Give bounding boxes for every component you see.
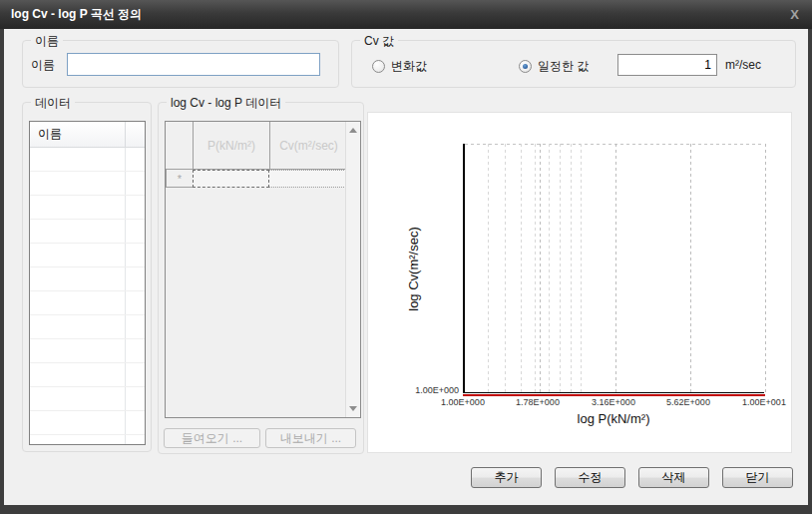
cv-curve-line	[463, 394, 765, 396]
x-tick-label: 5.62E+000	[656, 397, 720, 407]
data-name-list[interactable]: 이름	[29, 121, 146, 445]
dialog-title: log Cv - log P 곡선 정의	[0, 6, 142, 23]
radio-variable-value[interactable]: 변화값	[372, 58, 427, 75]
grid-corner-cell	[166, 122, 194, 169]
title-bar: log Cv - log P 곡선 정의 X	[0, 0, 812, 29]
x-tick-label: 1.00E+000	[431, 397, 495, 407]
name-group: 이름 이름	[22, 40, 339, 88]
data-list-header-label: 이름	[38, 126, 62, 143]
dialog-body: 이름 이름 Cv 값 변화값 일정한 값 m²/sec 데이터 이름	[4, 29, 808, 505]
radio-variable-label: 변화값	[391, 58, 427, 75]
grid-inner: P(kN/m²) Cv(m²/sec) *	[166, 122, 345, 417]
new-row-marker: *	[166, 170, 194, 188]
name-input[interactable]	[67, 53, 320, 76]
column-separator	[125, 244, 126, 266]
data-group: 데이터 이름	[22, 102, 152, 452]
data-list-rows	[30, 148, 145, 445]
column-separator	[125, 148, 126, 171]
column-separator	[125, 172, 126, 195]
list-row	[30, 435, 145, 445]
modify-button[interactable]: 수정	[555, 467, 625, 488]
column-separator	[125, 315, 126, 338]
minor-gridline	[571, 144, 572, 392]
list-row	[30, 148, 145, 172]
minor-gridline	[535, 144, 536, 392]
list-row	[30, 291, 145, 315]
column-separator	[125, 291, 126, 314]
minor-gridline	[521, 144, 522, 392]
x-tick-labels: 1.00E+0001.78E+0003.16E+0005.62E+0001.00…	[368, 397, 791, 409]
cv-value-group: Cv 값 변화값 일정한 값 m²/sec	[351, 40, 796, 88]
curve-data-group: log Cv - log P 데이터 P(kN/m²) Cv(m²/sec) *	[158, 102, 364, 454]
radio-constant-label: 일정한 값	[538, 58, 589, 75]
grid-new-row: *	[166, 170, 345, 188]
chart-panel: log Cv(m²/sec) 1.00E+000 1.00E+0001.78E+…	[367, 112, 792, 453]
column-separator	[125, 196, 126, 219]
column-separator	[125, 267, 126, 290]
x-tick-label: 1.78E+000	[506, 397, 570, 407]
radio-icon	[519, 60, 532, 73]
import-button[interactable]: 들여오기 ...	[164, 428, 260, 448]
major-gridline	[615, 144, 616, 392]
grid-header-row: P(kN/m²) Cv(m²/sec)	[166, 122, 345, 170]
list-row	[30, 315, 145, 339]
new-row-cell-cv[interactable]	[269, 170, 346, 188]
curve-group-title: log Cv - log P 데이터	[167, 95, 285, 112]
minor-gridline	[488, 144, 489, 392]
minor-gridline	[560, 144, 561, 392]
column-separator	[125, 122, 126, 147]
close-button[interactable]: 닫기	[722, 467, 793, 488]
data-group-title: 데이터	[31, 95, 75, 112]
minor-gridline	[549, 144, 550, 392]
column-separator	[125, 387, 126, 410]
list-row	[30, 411, 145, 435]
scroll-down-icon[interactable]	[349, 406, 357, 411]
grid-scrollbar[interactable]	[345, 122, 360, 417]
list-row	[30, 267, 145, 291]
cv-group-title: Cv 값	[360, 33, 398, 50]
list-row	[30, 220, 145, 244]
x-tick-label: 1.00E+001	[732, 397, 796, 407]
column-separator	[125, 411, 126, 434]
curve-data-grid[interactable]: P(kN/m²) Cv(m²/sec) *	[165, 121, 361, 418]
cv-value-input[interactable]	[617, 54, 717, 76]
major-gridline	[690, 144, 691, 392]
y-axis-title: log Cv(m²/sec)	[402, 144, 424, 393]
new-row-cell-p[interactable]	[193, 170, 269, 188]
major-gridline	[765, 144, 766, 392]
column-separator	[125, 339, 126, 362]
major-gridline	[540, 144, 541, 392]
radio-constant-value[interactable]: 일정한 값	[519, 58, 589, 75]
name-field-label: 이름	[31, 57, 55, 74]
list-row	[30, 339, 145, 363]
list-row	[30, 387, 145, 411]
add-button[interactable]: 추가	[471, 467, 542, 488]
minor-gridline	[581, 144, 582, 392]
x-axis-title: log P(kN/m²)	[463, 411, 764, 426]
list-row	[30, 244, 145, 267]
name-group-title: 이름	[31, 33, 63, 50]
export-button[interactable]: 내보내기 ...	[265, 428, 356, 448]
grid-column-p: P(kN/m²)	[194, 122, 270, 169]
grid-column-cv: Cv(m²/sec)	[270, 122, 347, 169]
dialog-window: log Cv - log P 곡선 정의 X 이름 이름 Cv 값 변화값 일정…	[0, 0, 812, 514]
minor-gridline	[505, 144, 506, 392]
list-row	[30, 363, 145, 387]
x-tick-label: 3.16E+000	[582, 397, 645, 407]
list-row	[30, 196, 145, 220]
data-list-header: 이름	[30, 122, 145, 148]
column-separator	[125, 363, 126, 386]
radio-icon	[372, 60, 385, 73]
plot-top-border	[465, 144, 764, 145]
delete-button[interactable]: 삭제	[638, 467, 709, 488]
plot-area	[463, 144, 764, 393]
list-row	[30, 172, 145, 196]
column-separator	[125, 435, 126, 445]
y-tick-label: 1.00E+000	[368, 385, 459, 395]
column-separator	[125, 220, 126, 243]
close-icon[interactable]: X	[790, 7, 799, 22]
scroll-up-icon[interactable]	[349, 128, 357, 133]
cv-unit-label: m²/sec	[725, 58, 761, 72]
